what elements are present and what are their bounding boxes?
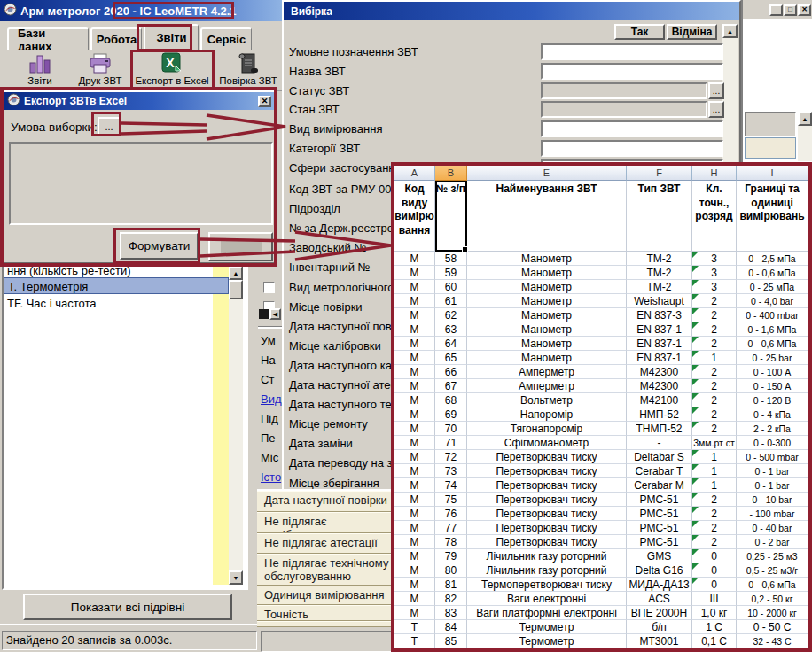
cell[interactable]: М [394,606,435,620]
cell[interactable]: Перетворювач тиску [467,507,627,521]
cell[interactable]: 70 [435,422,467,436]
scrollbar-track[interactable] [798,126,812,161]
cell[interactable]: 0 - 40 bar [737,521,808,535]
cell[interactable]: 83 [435,606,467,620]
column-letter-І[interactable]: І [737,166,808,181]
column-letter-F[interactable]: F [627,166,692,181]
cell[interactable]: 0 - 4 кПа [737,408,808,422]
cell[interactable]: Манометр [467,294,627,308]
cell[interactable]: РМС-51 [627,493,692,507]
cell[interactable]: 63 [435,322,467,337]
list-item[interactable]: Т. Термометрія [4,277,229,294]
minimize-icon[interactable]: _ [769,4,783,16]
cell[interactable]: Deltabar S [627,450,692,464]
cell[interactable]: 0 - 500 mbar [737,450,808,464]
cell[interactable]: 3 [692,266,737,280]
cell[interactable]: 0,1 С [692,634,737,648]
cell[interactable]: 0 - 1 bar [737,478,808,493]
cell[interactable]: М [394,294,435,308]
cell[interactable]: Термометр [467,620,627,634]
cell[interactable]: 1 [692,351,737,365]
cell[interactable]: 3мм.рт ст [692,436,737,450]
cell[interactable]: 0 - 1,6 МПа [737,322,808,337]
cell[interactable]: М [394,266,435,280]
cell[interactable]: 0 - 0-300 [737,436,808,450]
cell[interactable]: 73 [435,464,467,478]
scroll-up-icon[interactable]: ▲ [722,24,738,38]
cell[interactable]: М [394,450,435,464]
scroll-down-icon[interactable]: ▼ [229,570,243,585]
cell[interactable]: ВПЕ 2000Н [627,606,692,620]
cell[interactable]: Сфігмоманометр [467,436,627,450]
cell[interactable]: 2 [692,322,737,337]
cell[interactable]: 1 [692,478,737,493]
toolbar-button-excel[interactable]: XЕкспорт в Excel [133,51,211,86]
filter-row[interactable]: Не підлягає калібруванн [257,512,393,533]
cell[interactable]: 3 [692,280,737,294]
cell[interactable]: 2 [692,422,737,436]
cell[interactable]: М [394,408,435,422]
cell[interactable]: 2 [692,379,737,393]
cell[interactable]: 0 - 25 мПа [737,280,808,294]
cell[interactable]: 0,5 - 25 м3/г [737,563,808,578]
list-scrollbar[interactable]: ▲ ▼ [229,266,243,585]
cell[interactable]: Перетворювач тиску [467,464,627,478]
cell[interactable]: 2 [692,308,737,322]
cell[interactable]: 0,2 - 50 кг [737,592,808,606]
column-letter-Е[interactable]: Е [467,166,627,181]
cell[interactable]: Ваги платформні електронні [467,606,627,620]
cell[interactable]: МИДА-ДА13 [627,578,692,592]
cell[interactable]: Лічильник газу роторний [467,563,627,578]
cell[interactable]: 2 - 2 кПа [737,422,808,436]
cell[interactable]: 1,0 кг [692,606,737,620]
cell[interactable]: 0 - 100 А [737,365,808,379]
cell[interactable]: М [394,549,435,563]
cell[interactable]: 2 [692,393,737,408]
cell[interactable]: 79 [435,549,467,563]
cell[interactable]: 0 - 0,6 МПа [737,337,808,351]
cell[interactable]: 0 - 0,6 мПа [737,266,808,280]
cell[interactable]: Cerabar M [627,478,692,493]
secondary-button[interactable] [208,232,273,261]
cell[interactable]: 62 [435,308,467,322]
cell[interactable]: 64 [435,337,467,351]
cell[interactable]: 2 [692,507,737,521]
cell[interactable]: ТМ-2 [627,252,692,266]
cell[interactable]: 68 [435,393,467,408]
cell[interactable]: Перетворювач тиску [467,535,627,549]
cell[interactable]: Манометр [467,322,627,337]
cell[interactable]: М [394,322,435,337]
cell[interactable]: Cerabar T [627,464,692,478]
cell[interactable]: М [394,308,435,322]
checkbox[interactable] [263,282,275,293]
cell[interactable]: 2 [692,408,737,422]
cell[interactable]: НМП-52 [627,408,692,422]
cell[interactable]: Вольтметр [467,393,627,408]
filter-row[interactable]: Не підлягає атестації [257,533,393,554]
cell[interactable]: 0 - 400 mbar [737,308,808,322]
cell[interactable]: РМС-51 [627,507,692,521]
filter-row[interactable]: Точність [257,605,393,621]
filter-row[interactable]: Мінімальне значення [257,621,393,627]
cell[interactable]: Амперметр [467,365,627,379]
cell[interactable]: EN 837-1 [627,337,692,351]
cell[interactable]: Амперметр [467,379,627,393]
cell[interactable]: ACS [627,592,692,606]
scrollbar-thumb[interactable] [259,309,269,319]
cell[interactable]: М [394,478,435,493]
list-item[interactable]: TF. Час і частота [4,295,229,312]
cell[interactable]: 80 [435,563,467,578]
cell[interactable]: EN 837-1 [627,322,692,337]
cell[interactable]: 59 [435,266,467,280]
cell[interactable]: 2 [692,365,737,379]
background-label-Істо[interactable]: Істо [261,470,282,484]
cell[interactable]: 74 [435,478,467,493]
cell[interactable]: М [394,464,435,478]
cell[interactable]: Манометр [467,308,627,322]
cell[interactable]: М42100 [627,393,692,408]
cell[interactable]: 67 [435,379,467,393]
cell[interactable]: 0 - 2,5 мПа [737,252,808,266]
cell[interactable]: 2 [692,535,737,549]
cell[interactable]: Перетворювач тиску [467,478,627,493]
cell[interactable]: 69 [435,408,467,422]
